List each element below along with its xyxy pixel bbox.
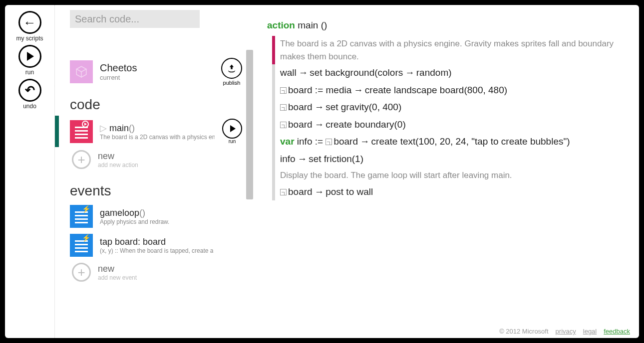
- publish-icon: [221, 58, 242, 79]
- local-var-icon: [280, 87, 287, 94]
- code-line[interactable]: board → set gravity(0, 400): [272, 99, 624, 116]
- undo-label: undo: [23, 103, 36, 110]
- action-header: action main (): [267, 20, 624, 31]
- project-name: Cheetos: [100, 62, 137, 74]
- footer: © 2012 Microsoft privacy legal feedback: [499, 328, 630, 335]
- explorer-panel: Cheetos current publish code ▷ main() Th…: [55, 5, 252, 338]
- event-icon: ⚡: [70, 205, 93, 228]
- code-section-heading: code: [70, 97, 242, 113]
- events-section-heading: events: [70, 183, 242, 199]
- event-item-title: gameloop(): [100, 208, 169, 218]
- code-item-run-button[interactable]: run: [222, 119, 242, 144]
- run-button[interactable]: run: [18, 45, 41, 76]
- add-action-title: new: [98, 151, 138, 162]
- event-item-desc: (x, y) :: When the board is tapped, crea…: [100, 247, 213, 254]
- code-line[interactable]: wall → set background(colors → random): [272, 64, 624, 82]
- event-icon: ⚡: [70, 234, 93, 257]
- code-line[interactable]: info → set friction(1): [272, 151, 624, 168]
- project-row[interactable]: Cheetos current publish: [70, 58, 242, 86]
- code-line[interactable]: var info := board → create text(100, 20,…: [272, 133, 624, 151]
- play-icon: [222, 119, 242, 139]
- add-event-sub: add new event: [98, 274, 137, 281]
- event-item-title: tap board: board: [100, 237, 213, 247]
- code-line[interactable]: board → create boundary(0): [272, 116, 624, 134]
- event-item-gameloop[interactable]: ⚡ gameloop() Apply physics and redraw.: [70, 202, 242, 231]
- copyright: © 2012 Microsoft: [499, 328, 548, 335]
- event-item-tapboard[interactable]: ⚡ tap board: board (x, y) :: When the bo…: [70, 231, 242, 260]
- add-event-button[interactable]: + new add new event: [70, 260, 242, 285]
- back-label: my scripts: [16, 35, 43, 42]
- code-line[interactable]: board := media → create landscape board(…: [272, 82, 624, 99]
- undo-icon: ↶: [18, 79, 41, 102]
- local-var-icon: [280, 122, 287, 128]
- local-var-icon: [325, 139, 332, 145]
- keyword-var: var: [280, 136, 295, 147]
- legal-link[interactable]: legal: [583, 328, 597, 335]
- back-button[interactable]: ← my scripts: [16, 11, 43, 42]
- privacy-link[interactable]: privacy: [556, 328, 576, 335]
- code-line[interactable]: board → post to wall: [272, 183, 624, 201]
- app-frame: ← my scripts run ↶ undo Cheetos current: [5, 5, 639, 338]
- feedback-link[interactable]: feedback: [604, 328, 630, 335]
- code-item-desc: The board is a 2D canvas with a physics …: [100, 134, 215, 141]
- scrollbar[interactable]: [246, 50, 253, 199]
- local-var-icon: [280, 104, 287, 111]
- add-action-sub: add new action: [98, 162, 138, 169]
- add-event-title: new: [98, 264, 137, 274]
- project-cube-icon: [70, 60, 93, 83]
- add-action-button[interactable]: + new add new action: [70, 147, 242, 172]
- publish-button[interactable]: publish: [221, 58, 242, 86]
- code-editor[interactable]: action main () The board is a 2D canvas …: [252, 5, 639, 338]
- code-item-run-label: run: [229, 139, 236, 144]
- action-icon: [70, 120, 93, 143]
- event-item-desc: Apply physics and redraw.: [100, 218, 169, 225]
- action-name: main (): [295, 20, 327, 30]
- code-comment[interactable]: Display the board. The game loop will st…: [272, 168, 624, 183]
- code-item-title: ▷ main(): [100, 123, 215, 134]
- plus-icon: +: [72, 263, 91, 282]
- code-item-main[interactable]: ▷ main() The board is a 2D canvas with a…: [70, 116, 242, 147]
- local-var-icon: [280, 189, 287, 195]
- play-icon: [18, 45, 41, 68]
- undo-button[interactable]: ↶ undo: [18, 79, 41, 110]
- search-input[interactable]: [70, 10, 200, 28]
- publish-label: publish: [223, 80, 241, 86]
- project-status: current: [100, 74, 137, 81]
- keyword-action: action: [267, 20, 295, 30]
- run-label: run: [25, 69, 34, 76]
- plus-icon: +: [72, 150, 91, 169]
- nav-sidebar: ← my scripts run ↶ undo: [5, 5, 55, 338]
- arrow-left-icon: ←: [18, 11, 41, 34]
- code-comment[interactable]: The board is a 2D canvas with a physics …: [272, 36, 624, 64]
